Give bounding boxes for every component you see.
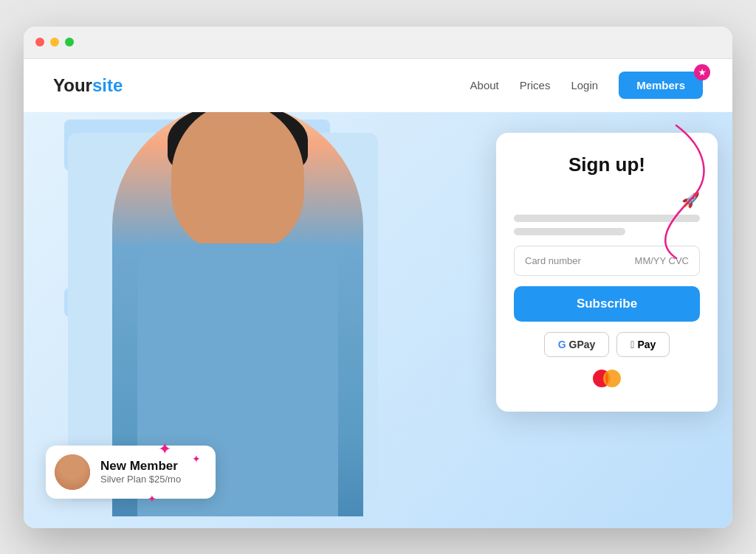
- maximize-button[interactable]: [65, 38, 74, 46]
- nav-item-login[interactable]: Login: [571, 79, 598, 92]
- apay-label: Pay: [637, 339, 656, 350]
- nav-item-prices[interactable]: Prices: [520, 79, 551, 92]
- nav-item-about[interactable]: About: [470, 79, 499, 92]
- form-field-2[interactable]: [514, 228, 625, 235]
- person-head: [171, 103, 304, 251]
- logo-colored: site: [92, 75, 123, 95]
- member-info: New Member Silver Plan $25/mo: [100, 459, 181, 485]
- sparkle-icon-1: ✦: [158, 440, 171, 459]
- apple-icon: : [630, 339, 634, 350]
- logo[interactable]: Yoursite: [53, 75, 123, 96]
- browser-window: Yoursite About Prices Login Members ★: [24, 27, 732, 528]
- gpay-label: GPay: [569, 339, 596, 350]
- payment-options: G GPay  Pay: [514, 332, 700, 357]
- prices-link[interactable]: Prices: [520, 79, 551, 91]
- card-number-label: Card number: [525, 255, 581, 266]
- logo-plain: Your: [53, 75, 92, 95]
- login-link[interactable]: Login: [571, 79, 598, 91]
- navbar: Yoursite About Prices Login Members ★: [24, 59, 732, 112]
- member-avatar: [55, 454, 90, 490]
- avatar-face: [55, 454, 90, 490]
- browser-chrome: [24, 27, 732, 59]
- mastercard-logo: [514, 367, 700, 394]
- page-content: Yoursite About Prices Login Members ★: [24, 59, 732, 528]
- member-name: New Member: [100, 459, 181, 474]
- apay-button[interactable]:  Pay: [616, 332, 670, 357]
- sparkle-icon-3: ✦: [148, 493, 157, 505]
- nav-links: About Prices Login Members ★: [470, 72, 703, 99]
- subscribe-button[interactable]: Subscribe: [514, 286, 700, 322]
- about-link[interactable]: About: [470, 79, 499, 91]
- nav-item-members[interactable]: Members ★: [619, 72, 703, 99]
- decorative-curve: [632, 118, 721, 269]
- gpay-button[interactable]: G GPay: [544, 332, 610, 357]
- minimize-button[interactable]: [50, 38, 59, 46]
- member-plan: Silver Plan $25/mo: [100, 474, 181, 485]
- new-member-badge: New Member Silver Plan $25/mo ✦ ✦ ✦: [46, 446, 216, 499]
- close-button[interactable]: [35, 38, 44, 46]
- sparkle-icon-2: ✦: [192, 453, 201, 465]
- members-button[interactable]: Members ★: [619, 72, 703, 99]
- members-badge: ★: [694, 64, 710, 80]
